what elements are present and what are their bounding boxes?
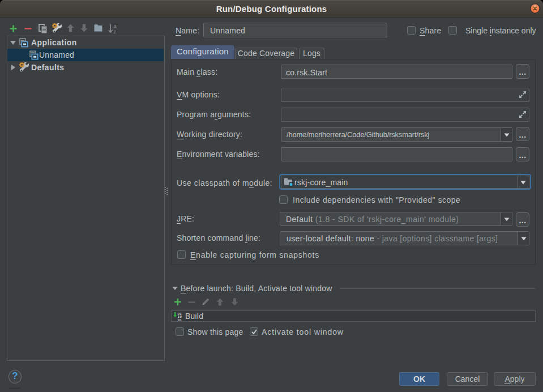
- svg-text:01: 01: [178, 318, 182, 321]
- svg-text:a: a: [114, 23, 117, 29]
- svg-text:z: z: [114, 29, 117, 34]
